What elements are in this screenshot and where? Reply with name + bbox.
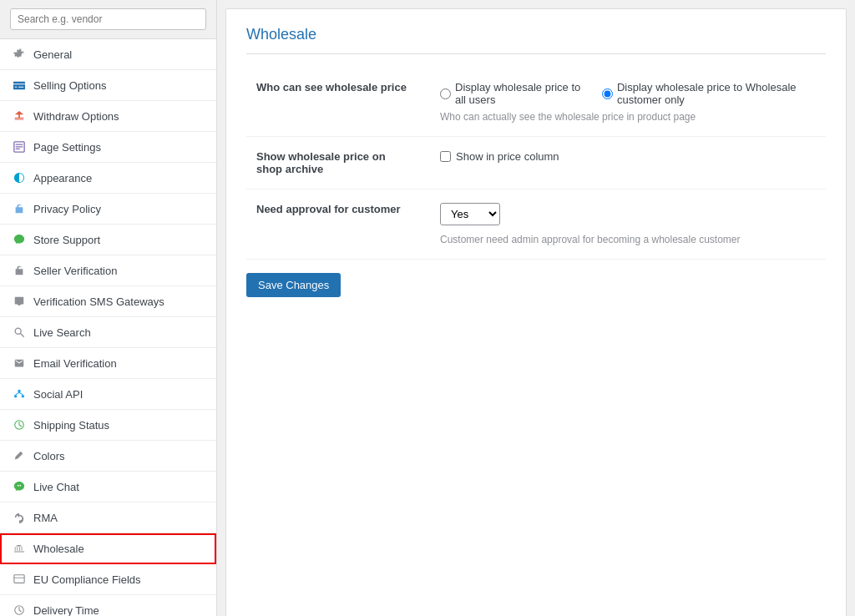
radio-label-all-users: Display wholesale price to all users <box>455 81 589 106</box>
radio-wholesale-only[interactable] <box>602 88 613 99</box>
sidebar-item-verification-sms[interactable]: Verification SMS Gateways <box>0 286 216 317</box>
sidebar-item-live-chat[interactable]: Live Chat <box>0 472 216 502</box>
sidebar-item-social-api[interactable]: Social API <box>0 379 216 410</box>
wholesale-icon <box>12 541 27 556</box>
shipping-status-icon <box>12 417 27 432</box>
app-layout: GeneralSelling OptionsWithdraw OptionsPa… <box>0 0 855 616</box>
sidebar-item-selling-options[interactable]: Selling Options <box>0 70 216 101</box>
eu-compliance-icon <box>12 572 27 587</box>
rma-icon <box>12 510 27 525</box>
sidebar-item-general[interactable]: General <box>0 39 216 70</box>
hint-who-can-see: Who can actually see the wholesale price… <box>440 111 816 123</box>
sidebar-item-label-verification-sms: Verification SMS Gateways <box>33 295 164 308</box>
field-label-who-can-see: Who can see wholesale price <box>246 68 430 137</box>
field-who-can-see: Who can see wholesale price Display whol… <box>246 68 826 137</box>
sidebar-item-label-rma: RMA <box>33 512 58 524</box>
sidebar-item-seller-verification[interactable]: Seller Verification <box>0 255 216 286</box>
field-value-who-can-see: Display wholesale price to all users Dis… <box>430 68 826 137</box>
sidebar-item-label-live-chat: Live Chat <box>33 481 79 493</box>
radio-option-all-users[interactable]: Display wholesale price to all users <box>440 81 589 106</box>
sidebar-item-shipping-status[interactable]: Shipping Status <box>0 410 216 441</box>
svg-point-8 <box>22 395 25 398</box>
sidebar-search-input[interactable] <box>10 8 206 30</box>
svg-line-9 <box>16 392 19 395</box>
seller-verification-icon <box>12 263 27 278</box>
sidebar-item-email-verification[interactable]: Email Verification <box>0 348 216 379</box>
sidebar-item-label-appearance: Appearance <box>33 172 92 184</box>
sidebar-item-rma[interactable]: RMA <box>0 502 216 533</box>
sidebar-item-label-selling-options: Selling Options <box>33 79 106 92</box>
radio-option-wholesale-only[interactable]: Display wholesale price to Wholesale cus… <box>602 81 816 106</box>
radio-all-users[interactable] <box>440 88 451 99</box>
field-value-need-approval: Yes No Customer need admin approval for … <box>430 189 826 260</box>
general-icon <box>12 47 27 62</box>
settings-table: Who can see wholesale price Display whol… <box>246 68 826 260</box>
sidebar-item-label-general: General <box>33 48 72 61</box>
withdraw-options-icon <box>12 109 27 124</box>
svg-point-7 <box>14 395 18 398</box>
hint-approval: Customer need admin approval for becomin… <box>440 234 816 245</box>
delivery-time-icon <box>12 603 27 616</box>
social-api-icon <box>12 386 27 401</box>
svg-rect-3 <box>16 149 20 149</box>
save-button[interactable]: Save Changes <box>246 273 341 297</box>
sidebar-item-label-colors: Colors <box>33 450 65 462</box>
field-value-show-on-archive: Show in price column <box>430 137 826 189</box>
checkbox-show-price-input[interactable] <box>440 151 451 162</box>
sidebar-item-appearance[interactable]: Appearance <box>0 163 216 194</box>
store-support-icon <box>12 232 27 247</box>
sidebar-item-label-wholesale: Wholesale <box>33 543 84 555</box>
sidebar-item-label-live-search: Live Search <box>33 326 91 339</box>
verification-sms-icon <box>12 294 27 309</box>
svg-line-10 <box>19 392 23 395</box>
sidebar-item-live-search[interactable]: Live Search <box>0 317 216 348</box>
sidebar-item-wholesale[interactable]: Wholesale <box>0 533 216 564</box>
sidebar: GeneralSelling OptionsWithdraw OptionsPa… <box>0 0 217 616</box>
live-search-icon <box>12 325 27 340</box>
sidebar-item-label-social-api: Social API <box>33 388 83 401</box>
main-panel: Wholesale Who can see wholesale price Di… <box>225 8 847 616</box>
svg-rect-2 <box>16 146 23 147</box>
colors-icon <box>12 448 27 463</box>
sidebar-item-eu-compliance[interactable]: EU Compliance Fields <box>0 564 216 595</box>
sidebar-item-label-seller-verification: Seller Verification <box>33 265 117 277</box>
radio-label-wholesale-only: Display wholesale price to Wholesale cus… <box>617 81 816 106</box>
checkbox-show-price[interactable]: Show in price column <box>440 150 816 163</box>
checkbox-show-price-label: Show in price column <box>456 150 559 163</box>
field-label-show-on-archive: Show wholesale price on shop archive <box>246 137 430 189</box>
radio-group-wholesale: Display wholesale price to all users Dis… <box>440 81 816 106</box>
sidebar-item-page-settings[interactable]: Page Settings <box>0 132 216 163</box>
sidebar-item-label-page-settings: Page Settings <box>33 141 101 154</box>
svg-line-5 <box>21 334 24 337</box>
email-verification-icon <box>12 356 27 371</box>
appearance-icon <box>12 170 27 185</box>
sidebar-item-label-privacy-policy: Privacy Policy <box>33 203 101 215</box>
sidebar-item-privacy-policy[interactable]: Privacy Policy <box>0 194 216 225</box>
page-title: Wholesale <box>246 26 826 54</box>
sidebar-item-label-store-support: Store Support <box>33 234 100 246</box>
field-show-on-archive: Show wholesale price on shop archive Sho… <box>246 137 826 189</box>
sidebar-item-label-shipping-status: Shipping Status <box>33 419 109 432</box>
page-settings-icon <box>12 139 27 154</box>
live-chat-icon <box>12 479 27 494</box>
sidebar-item-label-eu-compliance: EU Compliance Fields <box>33 573 141 586</box>
field-need-approval: Need approval for customer Yes No Custom… <box>246 189 826 260</box>
svg-rect-12 <box>14 575 24 583</box>
sidebar-item-colors[interactable]: Colors <box>0 441 216 472</box>
svg-point-4 <box>15 328 21 334</box>
field-label-need-approval: Need approval for customer <box>246 189 430 260</box>
sidebar-item-label-withdraw-options: Withdraw Options <box>33 110 119 123</box>
svg-point-6 <box>18 390 21 393</box>
sidebar-item-label-delivery-time: Delivery Time <box>33 604 99 617</box>
sidebar-search-container <box>0 0 216 39</box>
svg-rect-1 <box>16 144 23 145</box>
sidebar-item-withdraw-options[interactable]: Withdraw Options <box>0 101 216 132</box>
approval-select[interactable]: Yes No <box>440 203 500 225</box>
sidebar-item-store-support[interactable]: Store Support <box>0 225 216 255</box>
selling-options-icon <box>12 78 27 93</box>
privacy-policy-icon <box>12 201 27 216</box>
sidebar-item-label-email-verification: Email Verification <box>33 357 117 370</box>
sidebar-item-delivery-time[interactable]: Delivery Time <box>0 595 216 616</box>
